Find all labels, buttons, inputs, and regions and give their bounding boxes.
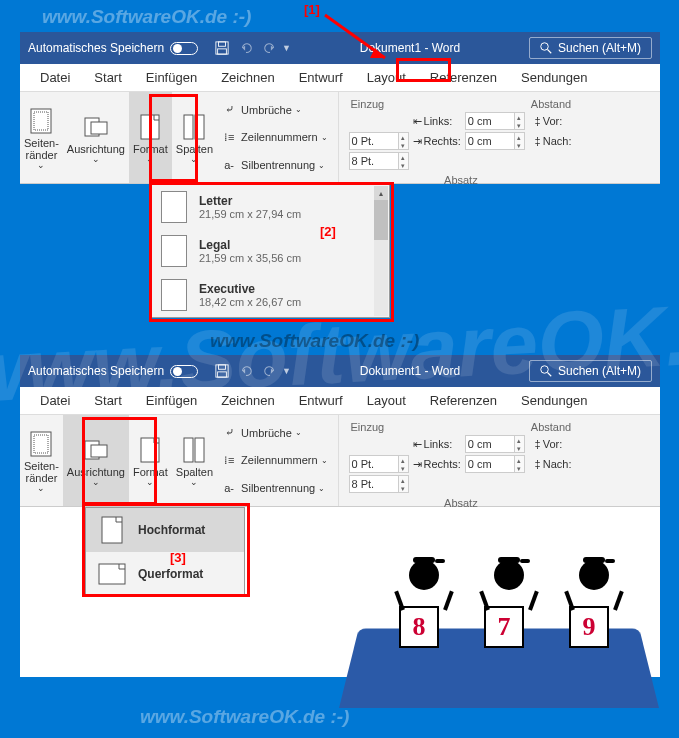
redo-icon[interactable] xyxy=(262,40,278,56)
nach-label: Nach: xyxy=(543,135,572,147)
columns-icon xyxy=(180,113,208,141)
menu-start[interactable]: Start xyxy=(82,66,133,89)
indent-left-input[interactable]: 0 cm xyxy=(465,435,515,453)
indent-right-input[interactable]: 0 cm xyxy=(465,455,515,473)
menu-entwurf[interactable]: Entwurf xyxy=(287,389,355,412)
search-box[interactable]: Suchen (Alt+M) xyxy=(529,37,652,59)
breaks-label: Umbrüche xyxy=(241,104,292,116)
margins-label: Seiten- ränder xyxy=(24,137,59,161)
orientation-label: Ausrichtung xyxy=(67,143,125,155)
svg-line-8 xyxy=(547,50,551,54)
menubar-2: Datei Start Einfügen Zeichnen Entwurf La… xyxy=(20,387,660,415)
margins-icon xyxy=(27,430,55,458)
orientation-button[interactable]: Ausrichtung ⌄ xyxy=(63,92,129,183)
spinner[interactable]: ▴▾ xyxy=(515,112,525,130)
links-label: Links: xyxy=(424,438,453,450)
autosave-label: Automatisches Speichern xyxy=(28,41,164,55)
menu-datei[interactable]: Datei xyxy=(28,389,82,412)
space-before-input[interactable]: 0 Pt. xyxy=(349,455,399,473)
spinner[interactable]: ▴▾ xyxy=(515,132,525,150)
columns-button[interactable]: Spalten ⌄ xyxy=(172,415,217,506)
autosave-toggle[interactable] xyxy=(170,42,198,55)
hyphen-icon: a- xyxy=(221,480,237,496)
format-button[interactable]: Format ⌄ xyxy=(129,415,172,506)
orientation-option-title: Hochformat xyxy=(138,523,205,537)
space-after-input[interactable]: 8 Pt. xyxy=(349,475,399,493)
spinner[interactable]: ▴▾ xyxy=(399,132,409,150)
ribbon-2: Seiten- ränder ⌄ Ausrichtung ⌄ Format ⌄ … xyxy=(20,415,660,507)
save-icon[interactable] xyxy=(214,40,230,56)
space-before-icon: ‡ xyxy=(535,115,541,127)
svg-rect-13 xyxy=(141,115,159,139)
scroll-up-icon[interactable]: ▴ xyxy=(374,186,388,200)
svg-rect-29 xyxy=(195,438,204,462)
svg-line-22 xyxy=(547,373,551,377)
margins-icon xyxy=(27,107,55,135)
line-numbers-button[interactable]: ⁞≡Zeilennummern⌄ xyxy=(219,128,329,146)
judge-head xyxy=(494,560,524,590)
indent-right-input[interactable]: 0 cm xyxy=(465,132,515,150)
search-icon xyxy=(540,365,552,377)
titlebar-2: Automatisches Speichern ▼ Dokument1 - Wo… xyxy=(20,355,660,387)
margins-button[interactable]: Seiten- ränder ⌄ xyxy=(20,415,63,506)
orientation-option-title: Querformat xyxy=(138,567,203,581)
redo-icon[interactable] xyxy=(262,363,278,379)
menu-layout[interactable]: Layout xyxy=(355,389,418,412)
space-after-input[interactable]: 8 Pt. xyxy=(349,152,399,170)
orientation-option[interactable]: Hochformat xyxy=(86,508,244,552)
judge-score-card: 7 xyxy=(484,606,524,648)
judge-score-card: 8 xyxy=(399,606,439,648)
svg-rect-12 xyxy=(91,122,107,134)
margins-button[interactable]: Seiten- ränder ⌄ xyxy=(20,92,63,183)
menu-start[interactable]: Start xyxy=(82,389,133,412)
chevron-down-icon: ⌄ xyxy=(92,478,100,486)
search-box[interactable]: Suchen (Alt+M) xyxy=(529,360,652,382)
menu-sendungen[interactable]: Sendungen xyxy=(509,66,600,89)
spinner[interactable]: ▴▾ xyxy=(515,435,525,453)
undo-icon[interactable] xyxy=(238,363,254,379)
orientation-label: Ausrichtung xyxy=(67,466,125,478)
menu-referenzen[interactable]: Referenzen xyxy=(418,66,509,89)
orientation-option[interactable]: Querformat xyxy=(86,552,244,596)
spinner[interactable]: ▴▾ xyxy=(399,152,409,170)
columns-button[interactable]: Spalten ⌄ xyxy=(172,92,217,183)
format-option-size: 18,42 cm x 26,67 cm xyxy=(199,296,301,308)
spinner[interactable]: ▴▾ xyxy=(399,475,409,493)
menu-einfuegen[interactable]: Einfügen xyxy=(134,66,209,89)
line-numbers-button[interactable]: ⁞≡Zeilennummern⌄ xyxy=(219,451,329,469)
hyphenation-button[interactable]: a-Silbentrennung⌄ xyxy=(219,479,329,497)
menu-sendungen[interactable]: Sendungen xyxy=(509,389,600,412)
menu-zeichnen[interactable]: Zeichnen xyxy=(209,389,286,412)
orientation-icon xyxy=(96,514,128,546)
menu-zeichnen[interactable]: Zeichnen xyxy=(209,66,286,89)
annotation-2: [2] xyxy=(320,224,336,239)
save-icon[interactable] xyxy=(214,363,230,379)
menu-referenzen[interactable]: Referenzen xyxy=(418,389,509,412)
undo-icon[interactable] xyxy=(238,40,254,56)
hyphenation-button[interactable]: a-Silbentrennung⌄ xyxy=(219,156,329,174)
breaks-icon: ⤶ xyxy=(221,102,237,118)
scroll-thumb[interactable] xyxy=(374,200,388,240)
format-option[interactable]: Letter 21,59 cm x 27,94 cm xyxy=(151,185,389,229)
spinner[interactable]: ▴▾ xyxy=(515,455,525,473)
menu-einfuegen[interactable]: Einfügen xyxy=(134,389,209,412)
autosave-toggle[interactable] xyxy=(170,365,198,378)
indent-left-input[interactable]: 0 cm xyxy=(465,112,515,130)
spinner[interactable]: ▴▾ xyxy=(399,455,409,473)
format-label: Format xyxy=(133,143,168,155)
breaks-button[interactable]: ⤶Umbrüche⌄ xyxy=(219,424,329,442)
format-option-size: 21,59 cm x 27,94 cm xyxy=(199,208,301,220)
scrollbar[interactable]: ▴ xyxy=(374,186,388,316)
indent-left-icon: ⇤ xyxy=(413,115,422,128)
judge-figure: 8 xyxy=(399,560,449,648)
format-option[interactable]: Legal 21,59 cm x 35,56 cm xyxy=(151,229,389,273)
svg-rect-15 xyxy=(195,115,204,139)
format-button[interactable]: Format ⌄ xyxy=(129,92,172,183)
space-before-input[interactable]: 0 Pt. xyxy=(349,132,399,150)
format-option[interactable]: Executive 18,42 cm x 26,67 cm xyxy=(151,273,389,317)
orientation-button[interactable]: Ausrichtung ⌄ xyxy=(63,415,129,506)
menu-datei[interactable]: Datei xyxy=(28,66,82,89)
orientation-icon xyxy=(96,558,128,590)
svg-rect-31 xyxy=(99,564,125,584)
breaks-button[interactable]: ⤶Umbrüche⌄ xyxy=(219,101,329,119)
